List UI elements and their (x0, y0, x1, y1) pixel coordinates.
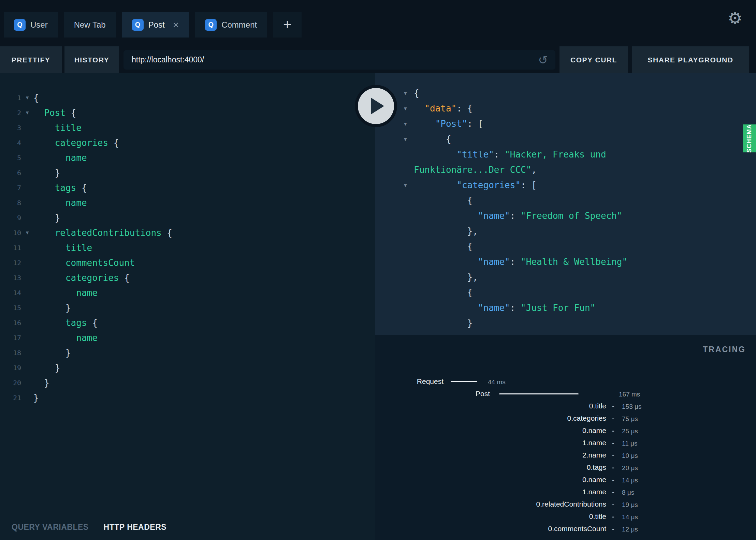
trace-span-row: Request44 ms (375, 375, 756, 388)
trace-resolver-label: 0.tags (375, 461, 606, 474)
fold-spacer (21, 345, 33, 360)
trace-resolver-time: 25 μs (622, 425, 638, 437)
trace-dash: - (612, 474, 614, 486)
new-tab-button[interactable]: + (273, 12, 302, 38)
tab-bar-tabs: QUserNew TabQPost×QComment+ (4, 12, 302, 38)
trace-resolver-label: 2.name (375, 449, 606, 461)
response-line: } (375, 316, 756, 331)
code-text: { (33, 90, 39, 105)
history-button[interactable]: HISTORY (64, 46, 119, 73)
trace-resolver-row: 0.title-153 μs (375, 400, 756, 412)
trace-resolver-row: 2.name-10 μs (375, 449, 756, 461)
close-tab-icon[interactable]: × (173, 20, 179, 30)
code-text: title (33, 120, 82, 135)
query-editor-pane[interactable]: 1▾{2▾ Post {3 title4 categories {5 name6… (0, 73, 375, 540)
fold-arrow-icon[interactable]: ▾ (404, 116, 407, 132)
settings-gear-icon[interactable]: ⚙ (728, 10, 742, 27)
tab-new-tab[interactable]: New Tab (64, 12, 116, 38)
graphql-query-icon: Q (14, 19, 26, 31)
line-number: 14 (0, 285, 21, 300)
toolbar: PRETTIFY HISTORY ↺ COPY CURL SHARE PLAYG… (0, 46, 756, 73)
fold-arrow-icon[interactable]: ▾ (404, 86, 407, 101)
editor-line: 17 name (0, 330, 375, 345)
tab-comment[interactable]: QComment (195, 12, 267, 38)
prettify-button[interactable]: PRETTIFY (0, 46, 62, 73)
trace-resolver-label: 0.name (375, 474, 606, 486)
line-number: 10 (0, 225, 21, 240)
line-number: 20 (0, 375, 21, 390)
trace-resolver-row: 0.relatedContributions-19 μs (375, 498, 756, 510)
editor-line: 8 name (0, 195, 375, 210)
editor-line: 15 } (0, 300, 375, 315)
editor-line: 3 title (0, 120, 375, 135)
code-text: { (414, 195, 472, 206)
query-variables-tab[interactable]: QUERY VARIABLES (12, 523, 89, 532)
code-text: Funktionäre...Der CCC", (414, 165, 537, 175)
code-text: } (414, 318, 472, 328)
code-text: tags { (33, 315, 98, 330)
response-line: Funktionäre...Der CCC", (375, 162, 756, 178)
line-number: 16 (0, 315, 21, 330)
code-text: }, (414, 272, 478, 282)
trace-resolver-row: 0.name-25 μs (375, 424, 756, 437)
response-line: ▾ "Post": [ (375, 116, 756, 132)
code-text: name (33, 150, 87, 165)
http-headers-tab[interactable]: HTTP HEADERS (104, 523, 167, 532)
response-line: }, (375, 270, 756, 285)
editor-line: 4 categories { (0, 135, 375, 150)
trace-resolver-label: 0.relatedContributions (375, 498, 606, 510)
code-text: Post { (33, 105, 76, 120)
trace-resolver-row: 1.name-8 μs (375, 486, 756, 498)
editor-line: 1▾{ (0, 90, 375, 105)
tab-label: Post (148, 20, 165, 30)
share-playground-button[interactable]: SHARE PLAYGROUND (632, 46, 749, 73)
trace-resolver-label: 1.name (375, 486, 606, 498)
tab-user[interactable]: QUser (4, 12, 58, 38)
fold-arrow-icon[interactable]: ▾ (21, 225, 33, 240)
trace-resolver-time: 153 μs (622, 401, 641, 413)
trace-resolver-row: 0.categories-75 μs (375, 412, 756, 424)
reload-schema-icon[interactable]: ↺ (538, 54, 548, 66)
schema-side-tab[interactable]: SCHEMA (743, 124, 756, 152)
trace-resolver-time: 20 μs (622, 462, 638, 474)
graphql-query-icon: Q (205, 19, 217, 31)
fold-arrow-icon[interactable]: ▾ (404, 132, 407, 147)
code-text: "name": "Freedom of Speech" (414, 211, 622, 221)
code-text: "name": "Health & Wellbeing" (414, 257, 627, 267)
trace-span-row: Post167 ms (375, 388, 756, 400)
fold-arrow-icon[interactable]: ▾ (21, 105, 33, 120)
editor-line: 19 } (0, 360, 375, 375)
code-text: commentsCount (33, 255, 135, 270)
endpoint-url-input[interactable] (123, 55, 538, 64)
code-text: } (33, 300, 71, 315)
trace-dash: - (612, 449, 614, 461)
editor-footer: QUERY VARIABLES HTTP HEADERS (0, 514, 375, 540)
tab-label: New Tab (74, 20, 106, 30)
fold-spacer (21, 165, 33, 180)
code-text: } (33, 165, 60, 180)
copy-curl-button[interactable]: COPY CURL (559, 46, 628, 73)
line-number: 18 (0, 345, 21, 360)
line-number: 5 (0, 150, 21, 165)
fold-arrow-icon[interactable]: ▾ (404, 178, 407, 193)
editor-line: 2▾ Post { (0, 105, 375, 120)
fold-spacer (21, 390, 33, 405)
response-line: { (375, 285, 756, 300)
response-line: ▾ { (375, 132, 756, 147)
fold-spacer (21, 285, 33, 300)
graphql-query-icon: Q (132, 19, 144, 31)
code-text: } (33, 345, 71, 360)
tab-post[interactable]: QPost× (122, 12, 189, 38)
endpoint-url-bar: ↺ (123, 50, 555, 70)
trace-span-time: 44 ms (488, 376, 506, 388)
fold-arrow-icon[interactable]: ▾ (21, 90, 33, 105)
execute-query-button[interactable] (355, 85, 397, 127)
tab-label: User (30, 20, 48, 30)
fold-spacer (21, 150, 33, 165)
fold-spacer (21, 240, 33, 255)
fold-arrow-icon[interactable]: ▾ (404, 101, 407, 116)
schema-side-tab-label: SCHEMA (746, 124, 753, 153)
code-text: } (33, 390, 39, 405)
trace-resolver-time: 75 μs (622, 413, 638, 425)
editor-line: 13 categories { (0, 270, 375, 285)
